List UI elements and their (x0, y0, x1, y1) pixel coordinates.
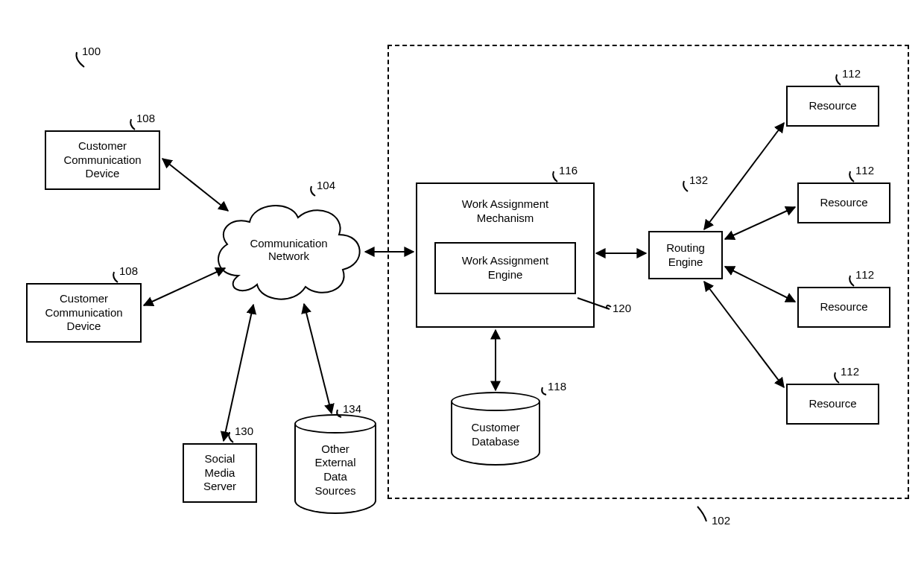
work-assignment-mechanism-box: Work AssignmentMechanism Work Assignment… (416, 182, 595, 328)
ref-label: 108 (136, 112, 155, 124)
work-assignment-engine-box: Work AssignmentEngine (434, 242, 576, 294)
resource-label: Resource (820, 300, 867, 314)
customer-device-box: CustomerCommunicationDevice (45, 130, 160, 190)
customer-database-label: CustomerDatabase (471, 421, 519, 449)
ref-label: 112 (841, 365, 859, 378)
ref-label: 120 (613, 302, 631, 314)
resource-label: Resource (808, 397, 856, 411)
social-media-server-label: SocialMediaServer (203, 452, 236, 494)
ref-label: 102 (712, 514, 730, 527)
diagram-stage: CustomerCommunicationDevice CustomerComm… (0, 0, 924, 581)
customer-device-label: CustomerCommunicationDevice (45, 292, 122, 334)
svg-line-4 (304, 304, 332, 413)
ref-label: 116 (559, 164, 578, 177)
routing-engine-box: RoutingEngine (648, 231, 723, 279)
ref-label: 108 (119, 264, 138, 277)
work-assignment-mechanism-label: Work AssignmentMechanism (462, 197, 548, 226)
customer-device-box: CustomerCommunicationDevice (26, 283, 142, 343)
ref-label: 132 (689, 174, 708, 186)
ref-label: 100 (82, 45, 101, 57)
social-media-server-box: SocialMediaServer (183, 443, 257, 503)
routing-engine-label: RoutingEngine (666, 241, 705, 270)
ref-label: 112 (855, 268, 874, 281)
svg-line-3 (224, 305, 253, 441)
ref-label: 104 (317, 179, 335, 191)
network-label: CommunicationNetwork (250, 237, 327, 262)
resource-label: Resource (820, 196, 867, 210)
resource-label: Resource (808, 99, 856, 113)
ref-label: 130 (235, 425, 253, 437)
customer-device-label: CustomerCommunicationDevice (63, 139, 141, 181)
ref-label: 118 (548, 380, 566, 393)
communication-network-cloud: CommunicationNetwork (209, 194, 369, 305)
resource-box: Resource (786, 384, 879, 425)
resource-box: Resource (786, 86, 879, 127)
work-assignment-engine-label: Work AssignmentEngine (462, 254, 548, 282)
resource-box: Resource (797, 287, 890, 328)
ref-label: 112 (842, 67, 861, 80)
external-data-sources-label: OtherExternalDataSources (314, 442, 355, 498)
ref-label: 112 (855, 164, 874, 177)
external-data-sources-db: OtherExternalDataSources (294, 425, 376, 514)
resource-box: Resource (797, 182, 890, 223)
ref-label: 134 (343, 402, 361, 415)
customer-database-db: CustomerDatabase (451, 402, 540, 466)
